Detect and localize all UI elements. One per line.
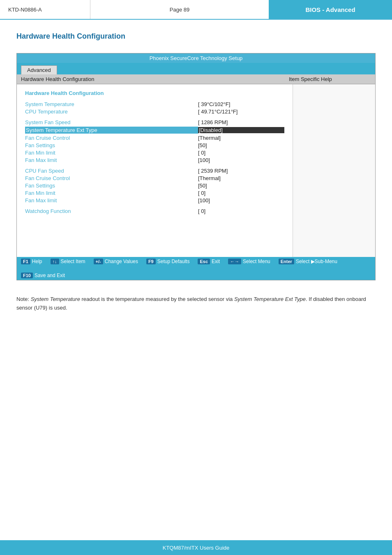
row-value: [100] <box>198 197 284 204</box>
row-value: [ 0] <box>198 150 284 156</box>
bios-col-headers: Hardware Health Configuration Item Speci… <box>17 74 375 84</box>
status-label: Select ▶Sub-Menu <box>296 259 337 264</box>
row-value: [50] <box>198 142 284 148</box>
bios-rows-container: System Temperature[ 39°C/102°F]CPU Tempe… <box>25 101 284 214</box>
table-row: Fan Max limit[100] <box>25 197 284 204</box>
page-title-section: Hardware Health Configuration <box>0 20 392 49</box>
status-item: F10Save and Exit <box>21 273 65 278</box>
table-row: Fan Settings[50] <box>25 142 284 148</box>
table-row: Fan Min limit[ 0] <box>25 190 284 196</box>
table-row: System Fan Speed[ 1286 RPM] <box>25 119 284 125</box>
table-row: Fan Min limit[ 0] <box>25 150 284 156</box>
row-label: Fan Max limit <box>25 197 198 204</box>
row-value: [ 0] <box>198 190 284 196</box>
row-label: System Temperature Ext Type <box>25 127 198 134</box>
header-bar: KTD-N0886-A Page 89 BIOS - Advanced <box>0 0 392 20</box>
header-center: Page 89 <box>90 0 269 19</box>
row-value: [ 49.71°C/121°F] <box>198 109 284 115</box>
status-label: Help <box>32 259 42 264</box>
table-row: Fan Max limit[100] <box>25 157 284 163</box>
table-row: CPU Fan Speed[ 2539 RPM] <box>25 168 284 174</box>
row-value: [Thermal] <box>198 135 284 141</box>
row-label: Watchdog Function <box>25 208 198 214</box>
row-label: CPU Fan Speed <box>25 168 198 174</box>
status-item: F9Setup Defaults <box>146 259 190 264</box>
status-label: Save and Exit <box>35 273 65 278</box>
row-value: [Disabled] <box>198 127 284 133</box>
status-label: Select Menu <box>243 259 270 264</box>
row-label: Fan Cruise Control <box>25 135 198 141</box>
row-value: [ 1286 RPM] <box>198 119 284 125</box>
row-label: System Temperature <box>25 101 198 107</box>
status-label: Setup Defaults <box>157 259 190 264</box>
status-key: ↑↓ <box>51 259 59 264</box>
advanced-tab[interactable]: Advanced <box>21 65 57 74</box>
row-label: Fan Settings <box>25 142 198 148</box>
row-value: [Thermal] <box>198 175 284 181</box>
status-item: EnterSelect ▶Sub-Menu <box>279 259 337 264</box>
row-value: [ 0] <box>198 208 284 214</box>
doc-id: KTD-N0886-A <box>8 7 42 13</box>
footer-text: KTQM87/mITX Users Guide <box>163 545 230 551</box>
status-label: Change Values <box>105 259 138 264</box>
status-item: ↑↓Select Item <box>51 259 85 264</box>
section-label: BIOS - Advanced <box>305 6 355 13</box>
row-value: [100] <box>198 157 284 163</box>
status-item: F1Help <box>21 259 42 264</box>
status-key: ←→ <box>228 259 241 264</box>
advanced-tab-row[interactable]: Advanced <box>17 63 375 74</box>
row-value: [50] <box>198 183 284 189</box>
status-key: F1 <box>21 259 30 264</box>
table-row: System Temperature[ 39°C/102°F] <box>25 101 284 107</box>
bios-content: Hardware Health Configuration System Tem… <box>17 84 375 257</box>
bios-col-right-header: Item Specific Help <box>289 76 371 82</box>
row-label: System Fan Speed <box>25 119 198 125</box>
bios-main: Hardware Health Configuration System Tem… <box>17 84 293 257</box>
table-row: Fan Cruise Control[Thermal] <box>25 175 284 181</box>
table-row: Fan Settings[50] <box>25 183 284 189</box>
phoenix-title-bar: Phoenix SecureCore Technology Setup <box>17 53 375 63</box>
status-item: +/-Change Values <box>94 259 138 264</box>
header-right: BIOS - Advanced <box>269 0 392 19</box>
status-label: Exit <box>212 259 220 264</box>
row-label: Fan Min limit <box>25 150 198 156</box>
status-key: Enter <box>279 259 294 264</box>
row-label: Fan Settings <box>25 183 198 189</box>
bios-section-title: Hardware Health Configuration <box>25 90 284 96</box>
header-left: KTD-N0886-A <box>0 0 90 19</box>
page-title: Hardware Health Configuration <box>16 32 376 41</box>
status-item: ←→Select Menu <box>228 259 270 264</box>
status-item: EscExit <box>198 259 220 264</box>
footer: KTQM87/mITX Users Guide <box>0 540 392 555</box>
page-number: Page 89 <box>170 7 189 13</box>
bios-help <box>293 84 375 257</box>
table-row: Fan Cruise Control[Thermal] <box>25 135 284 141</box>
phoenix-title: Phoenix SecureCore Technology Setup <box>150 55 243 61</box>
row-label: Fan Cruise Control <box>25 175 198 181</box>
table-row: Watchdog Function[ 0] <box>25 208 284 214</box>
row-label: CPU Temperature <box>25 109 198 115</box>
row-label: Fan Max limit <box>25 157 198 163</box>
table-row: System Temperature Ext Type[Disabled] <box>25 127 284 134</box>
row-value: [ 2539 RPM] <box>198 168 284 174</box>
status-key: +/- <box>94 259 103 264</box>
note-section: Note: System Temperature readout is the … <box>0 289 392 319</box>
bios-container: Phoenix SecureCore Technology Setup Adva… <box>16 53 376 280</box>
status-key: F9 <box>146 259 156 264</box>
bios-statusbar: F1Help↑↓Select Item+/-Change ValuesF9Set… <box>17 257 375 280</box>
table-row: CPU Temperature[ 49.71°C/121°F] <box>25 109 284 115</box>
row-label: Fan Min limit <box>25 190 198 196</box>
note-text: Note: System Temperature readout is the … <box>16 296 366 311</box>
status-key: F10 <box>21 273 33 278</box>
status-label: Select Item <box>61 259 85 264</box>
row-value: [ 39°C/102°F] <box>198 101 284 107</box>
status-key: Esc <box>198 259 210 264</box>
bios-col-left-header: Hardware Health Configuration <box>21 76 289 82</box>
